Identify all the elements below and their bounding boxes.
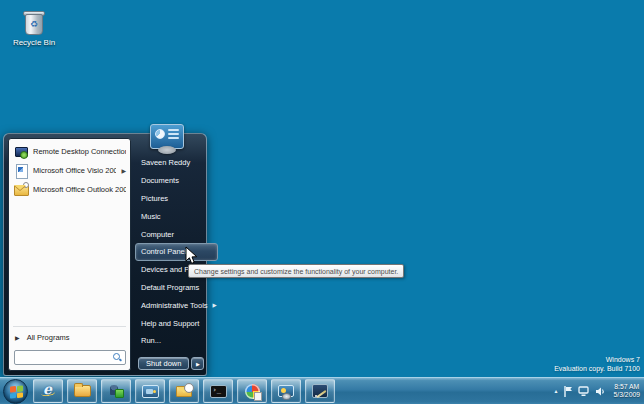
visio-icon [14, 164, 28, 178]
taskbar-button-colorful-app[interactable] [237, 379, 267, 403]
program-item-outlook[interactable]: Microsoft Office Outlook 2007 [9, 180, 130, 199]
volume-icon[interactable] [595, 386, 606, 397]
menu-item-computer[interactable]: Computer [135, 225, 218, 243]
search-input[interactable] [18, 352, 113, 363]
submenu-arrow-icon: ▶ [121, 167, 126, 174]
taskbar-button-journal-pen[interactable] [305, 379, 335, 403]
all-programs-button[interactable]: ▶ All Programs [9, 329, 130, 346]
start-menu: Remote Desktop Connection Microsoft Offi… [3, 133, 207, 376]
avatar-lines-icon [168, 129, 179, 141]
taskbar: ▲ 8:57 AM 5/3/2009 [0, 377, 644, 404]
program-item-visio[interactable]: Microsoft Office Visio 2007 ▶ [9, 161, 130, 180]
submenu-arrow-icon: ▶ [213, 302, 217, 308]
menu-item-default-programs[interactable]: Default Programs [135, 279, 218, 297]
recycle-bin-label: Recycle Bin [8, 38, 60, 47]
mouse-cursor-icon [185, 246, 198, 269]
journal-pen-icon [312, 384, 328, 398]
taskbar-button-display-screen[interactable] [135, 379, 165, 403]
menu-item-pictures[interactable]: Pictures [135, 190, 218, 208]
search-icon [113, 353, 122, 362]
recycle-bin-icon: ♻ [21, 8, 47, 36]
user-accounts-icon [108, 384, 124, 398]
remote-desktop-icon [14, 145, 28, 159]
menu-item-user-name[interactable]: Saveen Reddy [135, 154, 218, 172]
internet-explorer-icon [40, 383, 56, 399]
taskbar-button-command-prompt[interactable] [203, 379, 233, 403]
command-prompt-icon [210, 385, 227, 398]
shutdown-button[interactable]: Shut down [138, 357, 189, 370]
outlook-icon [14, 183, 28, 197]
taskbar-button-user-accounts[interactable] [101, 379, 131, 403]
taskbar-button-windows-explorer[interactable] [67, 379, 97, 403]
start-menu-programs-panel: Remote Desktop Connection Microsoft Offi… [8, 138, 131, 371]
divider [13, 326, 126, 327]
menu-item-documents[interactable]: Documents [135, 172, 218, 190]
taskbar-button-outlook[interactable] [169, 379, 199, 403]
desktop-icon-recycle-bin[interactable]: ♻ Recycle Bin [8, 8, 60, 47]
start-search-box[interactable] [14, 350, 126, 365]
colorful-pinwheel-icon [245, 384, 260, 399]
show-hidden-icons-button[interactable]: ▲ [554, 388, 559, 394]
evaluation-watermark: Windows 7 Evaluation copy. Build 7100 [554, 356, 640, 374]
folder-icon [74, 385, 91, 397]
all-programs-arrow-icon: ▶ [15, 334, 20, 341]
taskbar-clock[interactable]: 8:57 AM 5/3/2009 [611, 383, 640, 400]
shutdown-options-arrow[interactable]: ▶ [191, 357, 204, 370]
menu-item-music[interactable]: Music [135, 207, 218, 225]
taskbar-button-desktop-gadget[interactable] [271, 379, 301, 403]
desktop-gadget-icon [278, 385, 294, 397]
user-avatar[interactable] [150, 124, 184, 154]
taskbar-button-internet-explorer[interactable] [33, 379, 63, 403]
start-button[interactable] [3, 379, 28, 404]
display-screen-icon [142, 385, 159, 398]
windows-logo-icon [10, 385, 23, 398]
outlook-icon [176, 386, 192, 397]
menu-item-help-support[interactable]: Help and Support [135, 314, 218, 332]
system-tray: ▲ 8:57 AM 5/3/2009 [554, 378, 644, 404]
avatar-pie-icon [155, 129, 165, 139]
start-menu-places-panel: Saveen Reddy Documents Pictures Music Co… [135, 138, 219, 371]
network-icon[interactable] [578, 386, 590, 397]
menu-item-run[interactable]: Run... [135, 332, 218, 350]
menu-item-administrative-tools[interactable]: Administrative Tools ▶ [135, 296, 218, 314]
menu-item-control-panel[interactable]: Control Panel [135, 243, 218, 261]
program-item-remote-desktop[interactable]: Remote Desktop Connection [9, 142, 130, 161]
action-center-flag-icon[interactable] [564, 386, 573, 397]
tooltip: Change settings and customize the functi… [188, 264, 404, 278]
